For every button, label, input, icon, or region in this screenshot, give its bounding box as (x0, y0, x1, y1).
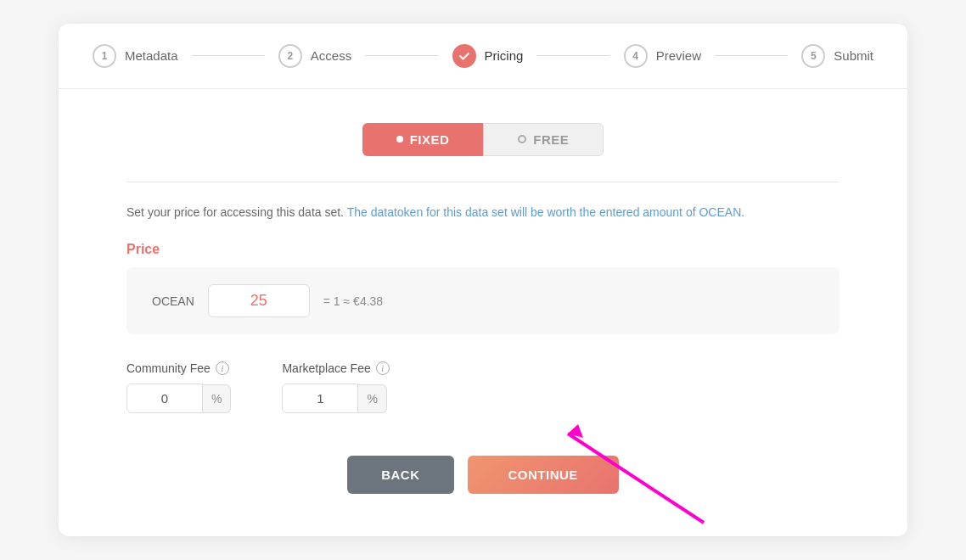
step-circle-access: 2 (278, 44, 302, 68)
free-toggle-button[interactable]: FREE (483, 123, 604, 156)
main-card: 1 Metadata 2 Access Pricing 4 Preview (59, 24, 907, 536)
back-button[interactable]: BACK (347, 456, 453, 494)
step-label-submit: Submit (834, 48, 873, 63)
step-submit: 5 Submit (801, 44, 873, 68)
connector-4 (715, 55, 788, 56)
step-label-metadata: Metadata (125, 48, 178, 63)
svg-marker-1 (568, 424, 583, 438)
step-access: 2 Access (278, 44, 351, 68)
community-fee-input[interactable] (126, 384, 203, 413)
step-circle-pricing (452, 44, 476, 68)
marketplace-fee-info-icon[interactable]: i (376, 361, 390, 375)
main-content: FIXED FREE Set your price for accessing … (59, 89, 907, 536)
price-box: OCEAN = 1 ≈ €4.38 (126, 267, 840, 334)
step-circle-preview: 4 (624, 44, 648, 68)
community-fee-group: Community Fee i % (126, 361, 231, 413)
fees-arrow-container: Community Fee i % Marketplace Fee i (126, 361, 840, 413)
step-pricing: Pricing (452, 44, 524, 68)
description-text: Set your price for accessing this data s… (126, 203, 840, 221)
step-metadata: 1 Metadata (93, 44, 178, 68)
ocean-label: OCEAN (152, 294, 194, 308)
step-label-access: Access (311, 48, 351, 63)
continue-button[interactable]: CONTINUE (468, 456, 619, 494)
price-section-label: Price (126, 242, 840, 257)
step-circle-submit: 5 (801, 44, 825, 68)
marketplace-fee-input-group: % (282, 384, 389, 413)
stepper: 1 Metadata 2 Access Pricing 4 Preview (59, 24, 907, 89)
community-fee-label: Community Fee i (126, 361, 231, 375)
step-label-pricing: Pricing (485, 48, 524, 63)
community-fee-input-group: % (126, 384, 231, 413)
step-circle-metadata: 1 (93, 44, 116, 68)
community-fee-info-icon[interactable]: i (216, 361, 229, 375)
marketplace-fee-label: Marketplace Fee i (282, 361, 389, 375)
step-label-preview: Preview (656, 48, 701, 63)
description-highlight: The datatoken for this data set will be … (347, 205, 744, 219)
fixed-dot (396, 136, 403, 143)
price-input[interactable] (208, 284, 310, 317)
fees-row: Community Fee i % Marketplace Fee i (126, 361, 840, 413)
connector-3 (536, 55, 609, 56)
pricing-toggle-group: FIXED FREE (126, 123, 840, 156)
step-preview: 4 Preview (624, 44, 701, 68)
connector-2 (365, 55, 438, 56)
connector-1 (192, 55, 265, 56)
community-fee-unit: % (203, 384, 231, 413)
fixed-toggle-button[interactable]: FIXED (362, 123, 484, 156)
marketplace-fee-unit: % (358, 384, 386, 413)
section-divider (126, 182, 840, 182)
free-dot (518, 135, 526, 143)
action-row: BACK CONTINUE (126, 456, 840, 494)
price-equivalent: = 1 ≈ €4.38 (323, 294, 383, 308)
marketplace-fee-input[interactable] (282, 384, 358, 413)
marketplace-fee-group: Marketplace Fee i % (282, 361, 389, 413)
